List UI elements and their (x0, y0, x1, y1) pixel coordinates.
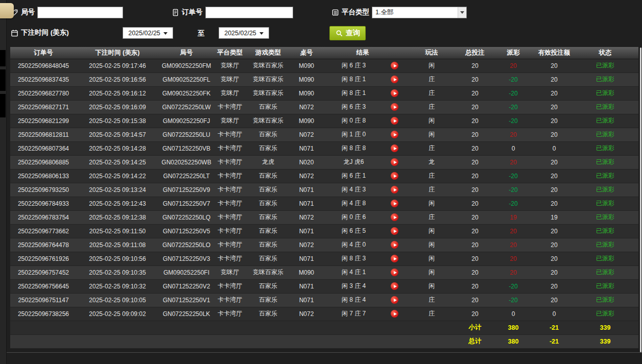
cell-replay (386, 307, 403, 321)
cell-round-id: GN072252250LK (158, 307, 215, 321)
platform-type-select[interactable]: 1.全部 (372, 7, 467, 18)
cell-play: 闲 (403, 238, 460, 252)
play-icon[interactable] (391, 131, 398, 138)
cell-platform: 卡卡湾厅 (215, 238, 245, 252)
bets-table: 订单号 下注时间 (美东) 局号 平台类型 游戏类型 桌号 结果 玩法 总投注 … (10, 47, 638, 349)
cell-status: 已派彩 (572, 169, 638, 183)
cell-table-no: M090 (291, 265, 322, 279)
cell-status: 已派彩 (572, 197, 638, 210)
cell-play: 庄 (403, 210, 460, 224)
cell-replay (386, 128, 403, 141)
cell-total-bet: 20 (460, 59, 490, 72)
play-icon[interactable] (391, 117, 398, 125)
cell-valid-bet: 20 (536, 100, 572, 114)
play-icon[interactable] (391, 76, 398, 83)
play-icon[interactable] (391, 103, 398, 111)
play-icon[interactable] (391, 186, 398, 193)
col-result: 结果 (322, 47, 403, 59)
play-icon[interactable] (391, 172, 398, 180)
cell-result: 闲 6 庄 3 (322, 100, 386, 114)
cell-valid-bet: 20 (536, 72, 572, 86)
cell-platform: 竞咪厅 (215, 86, 245, 100)
cell-status: 已派彩 (572, 72, 638, 86)
sidebar-toggle-tab[interactable] (0, 3, 14, 18)
play-icon[interactable] (391, 282, 398, 290)
play-icon[interactable] (391, 255, 398, 262)
scrollbar[interactable] (640, 47, 641, 352)
cell-round-id: GM090252250FJ (158, 114, 215, 128)
play-icon[interactable] (391, 158, 398, 166)
cell-status: 已派彩 (572, 155, 638, 169)
cell-payout: -20 (490, 72, 536, 86)
play-triangle (394, 78, 397, 81)
round-number-label: 局号 (21, 8, 35, 17)
play-icon[interactable] (391, 213, 398, 221)
play-icon[interactable] (391, 200, 398, 207)
cell-replay (386, 252, 403, 265)
cell-game-type: 百家乐 (245, 279, 291, 293)
cell-valid-bet: 20 (536, 183, 572, 197)
cell-game-type: 百家乐 (245, 169, 291, 183)
cell-result: 闲 7 庄 7 (322, 307, 386, 321)
round-number-input[interactable] (37, 7, 123, 18)
cell-round-id: GM090252250FL (158, 72, 215, 86)
cell-table-no: N071 (291, 293, 322, 307)
play-icon[interactable] (391, 227, 398, 235)
order-number-input[interactable] (205, 7, 293, 18)
cell-bet-time: 2025-02-25 09:16:09 (77, 100, 158, 114)
play-icon[interactable] (391, 89, 398, 97)
table-body: 250225096848045 2025-02-25 09:17:46 GM09… (10, 59, 638, 321)
cell-total-bet: 20 (460, 86, 490, 100)
cell-result: 闲 6 庄 5 (322, 224, 386, 238)
cell-payout: 20 (490, 238, 536, 252)
cell-play: 闲 (403, 128, 460, 141)
play-icon[interactable] (391, 269, 398, 276)
cell-platform: 竞咪厅 (215, 72, 245, 86)
cell-game-type: 百家乐 (245, 224, 291, 238)
cell-round-id: GN072252250LU (158, 128, 215, 141)
cell-status: 已派彩 (572, 224, 638, 238)
cell-replay (386, 155, 403, 169)
col-status: 状态 (572, 47, 638, 59)
play-icon[interactable] (391, 296, 398, 304)
date-to-value: 2025/02/25 (224, 30, 256, 37)
table-row: 250225096756645 2025-02-25 09:10:32 GN07… (10, 279, 638, 293)
cell-game-type: 龙虎 (245, 155, 291, 169)
play-icon[interactable] (391, 144, 398, 152)
cell-result: 闲 8 庄 8 (322, 141, 386, 155)
table-row: 250225096848045 2025-02-25 09:17:46 GM09… (10, 59, 638, 72)
cell-total-bet: 20 (460, 197, 490, 210)
table-row: 250225096764478 2025-02-25 09:11:08 GN07… (10, 238, 638, 252)
date-from-button[interactable]: 2025/02/25 (123, 27, 173, 39)
play-icon[interactable] (391, 241, 398, 249)
cell-replay (386, 293, 403, 307)
cell-payout: 19 (490, 210, 536, 224)
cell-play: 闲 (403, 59, 460, 72)
cell-play: 庄 (403, 86, 460, 100)
date-to-button[interactable]: 2025/02/25 (219, 27, 269, 39)
cell-table-no: N072 (291, 238, 322, 252)
cell-game-type: 百家乐 (245, 210, 291, 224)
cell-order-id: 250225096827780 (10, 86, 77, 100)
cell-total-bet: 20 (460, 100, 490, 114)
cell-total-bet: 20 (460, 183, 490, 197)
cell-game-type: 竞咪百家乐 (245, 59, 291, 72)
cell-platform: 卡卡湾厅 (215, 169, 245, 183)
cell-platform: 卡卡湾厅 (215, 155, 245, 169)
cell-play: 庄 (403, 169, 460, 183)
chevron-down-icon (163, 32, 168, 37)
subtotal-spacer (10, 321, 460, 334)
play-icon[interactable] (391, 310, 398, 318)
cell-payout: 20 (490, 128, 536, 141)
play-triangle (394, 202, 397, 205)
cell-status: 已派彩 (572, 279, 638, 293)
cell-payout: -20 (490, 86, 536, 100)
cell-table-no: N071 (291, 279, 322, 293)
sidebar-block (0, 69, 6, 91)
cell-payout: -20 (490, 100, 536, 114)
cell-bet-time: 2025-02-25 09:16:12 (77, 86, 158, 100)
play-icon[interactable] (391, 62, 398, 69)
play-triangle (394, 92, 397, 95)
total-total-bet: 380 (490, 334, 536, 348)
search-button[interactable]: 查询 (329, 26, 366, 40)
